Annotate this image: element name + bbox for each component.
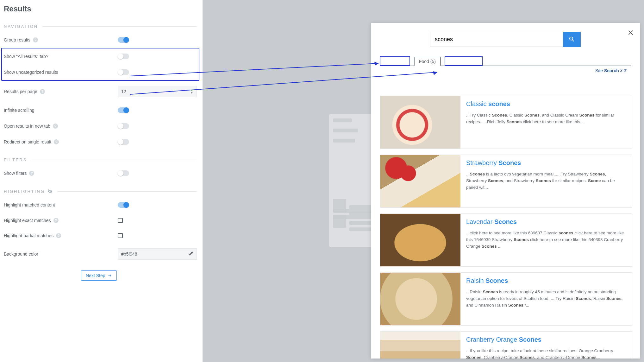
row-infinite-scrolling: Infinite scrolling <box>4 102 197 118</box>
label-infinite-scrolling: Infinite scrolling <box>4 108 34 113</box>
divider <box>42 26 197 27</box>
result-body: Cranberry Orange Scones...If you like th… <box>460 332 632 359</box>
section-filters: FILTERS <box>4 157 197 162</box>
result-snippet: ...Try Classic Scones, Classic Scones, a… <box>466 112 626 125</box>
result-snippet: ...Scones is a lacto ovo vegetarian morn… <box>466 171 626 191</box>
label-highlight-exact: Highlight exact matches <box>4 218 51 223</box>
toggle-show-uncategorized[interactable] <box>118 69 129 75</box>
help-icon[interactable]: ? <box>54 139 59 144</box>
results-list[interactable]: Classic scones...Try Classic Scones, Cla… <box>380 96 634 359</box>
row-bg-color: Background color #b5f948 <box>4 243 197 265</box>
help-icon[interactable]: ? <box>53 124 58 129</box>
close-icon[interactable] <box>628 30 634 35</box>
label-highlight-partial: Hightlight partial matches <box>4 233 53 238</box>
divider <box>32 160 197 160</box>
result-body: Raisin Scones...Raisin Scones is ready i… <box>460 273 632 325</box>
toggle-highlight-matched[interactable] <box>118 202 129 208</box>
label-open-new-tab: Open results in new tab <box>4 124 50 129</box>
next-step-label: Next Step <box>86 273 105 278</box>
result-thumbnail <box>380 155 460 207</box>
row-open-new-tab: Open results in new tab ? <box>4 118 197 134</box>
row-highlight-exact: Highlight exact matches ? <box>4 213 197 228</box>
input-bg-color[interactable]: #b5f948 <box>118 248 197 260</box>
label-show-uncategorized: Show uncategorized results <box>4 70 58 75</box>
section-filters-label: FILTERS <box>4 157 27 162</box>
toggle-open-new-tab[interactable] <box>118 123 129 129</box>
label-show-filters: Show filters <box>4 171 27 176</box>
tab-food[interactable]: Food (5) <box>414 57 441 66</box>
input-bg-color-value: #b5f948 <box>121 251 137 257</box>
toggle-group-results[interactable] <box>118 37 129 43</box>
preview-panel: Food (5) Site Search 3·0˚ Classic scones… <box>371 23 640 359</box>
checkbox-highlight-partial[interactable] <box>118 233 123 238</box>
label-redirect-single: Redirect on single result <box>4 139 51 144</box>
tab-placeholder-all-results[interactable] <box>380 56 410 66</box>
result-title[interactable]: Lavendar Scones <box>466 218 626 225</box>
row-group-results: Group results ? <box>4 32 197 48</box>
search-input[interactable] <box>430 32 563 47</box>
result-card[interactable]: Lavendar Scones...click here to see more… <box>380 213 632 267</box>
result-title[interactable]: Raisin Scones <box>466 277 626 284</box>
result-title[interactable]: Strawberry Scones <box>466 159 626 167</box>
result-title[interactable]: Cranberry Orange Scones <box>466 336 626 343</box>
help-icon[interactable]: ? <box>40 89 45 94</box>
toggle-show-all-results-tab[interactable] <box>118 54 129 59</box>
annotated-settings-box: Show "All results" tab? Show uncategoriz… <box>1 48 199 81</box>
page-title: Results <box>4 4 197 13</box>
toggle-infinite-scrolling[interactable] <box>118 107 129 113</box>
label-group-results: Group results <box>4 37 30 42</box>
brand-bold: Search <box>604 68 619 73</box>
result-thumbnail <box>380 214 460 266</box>
brand-suffix: 3·0˚ <box>620 68 627 73</box>
label-bg-color: Background color <box>4 251 38 257</box>
row-results-per-page: Results per page ? 12 ▲▼ <box>4 81 197 102</box>
result-thumbnail <box>380 273 460 325</box>
chevron-updown-icon: ▲▼ <box>190 89 193 94</box>
result-snippet: ...Raisin Scones is ready in roughly 45 … <box>466 289 626 309</box>
brand-prefix: Site <box>595 68 603 73</box>
checkbox-highlight-exact[interactable] <box>118 218 123 223</box>
result-snippet: ...click here to see more like this 6396… <box>466 230 626 250</box>
result-card[interactable]: Classic scones...Try Classic Scones, Cla… <box>380 96 632 149</box>
section-highlighting-label: HIGHLIGHTING <box>4 189 45 194</box>
label-show-all-results-tab: Show "All results" tab? <box>4 54 48 59</box>
select-results-per-page[interactable]: 12 ▲▼ <box>118 86 197 97</box>
result-title[interactable]: Classic scones <box>466 100 626 108</box>
help-icon[interactable]: ? <box>53 218 59 223</box>
row-highlight-partial: Hightlight partial matches ? <box>4 228 197 243</box>
settings-panel: Results NAVIGATION Group results ? Show … <box>0 0 203 362</box>
result-card[interactable]: Raisin Scones...Raisin Scones is ready i… <box>380 272 632 326</box>
brand-row: Site Search 3·0˚ <box>371 66 640 73</box>
row-show-all-results-tab: Show "All results" tab? <box>4 48 197 64</box>
result-snippet: ...If you like this recipe, take a look … <box>466 348 626 359</box>
result-body: Strawberry Scones...Scones is a lacto ov… <box>460 155 632 207</box>
help-icon[interactable]: ? <box>56 233 61 238</box>
next-step-button[interactable]: Next Step <box>81 270 117 281</box>
eye-off-icon <box>47 189 53 194</box>
result-thumbnail <box>380 332 460 359</box>
divider <box>57 191 197 192</box>
select-value: 12 <box>121 89 126 94</box>
result-card[interactable]: Strawberry Scones...Scones is a lacto ov… <box>380 155 632 208</box>
help-icon[interactable]: ? <box>33 37 38 42</box>
tabs-row: Food (5) <box>380 56 631 66</box>
row-highlight-matched: Highlight matched content <box>4 197 197 213</box>
eyedropper-icon[interactable] <box>188 251 193 257</box>
result-body: Lavendar Scones...click here to see more… <box>460 214 632 266</box>
section-navigation: NAVIGATION <box>4 24 197 29</box>
section-highlighting: HIGHLIGHTING <box>4 189 197 194</box>
row-show-uncategorized: Show uncategorized results <box>4 64 197 80</box>
result-body: Classic scones...Try Classic Scones, Cla… <box>460 96 632 149</box>
arrow-right-icon <box>108 273 112 278</box>
toggle-show-filters[interactable] <box>118 170 129 176</box>
help-icon[interactable]: ? <box>29 171 34 176</box>
row-redirect-single: Redirect on single result ? <box>4 134 197 150</box>
toggle-redirect-single[interactable] <box>118 139 129 145</box>
section-navigation-label: NAVIGATION <box>4 24 38 29</box>
tab-placeholder-uncategorized[interactable] <box>445 56 483 66</box>
search-button[interactable] <box>563 32 581 47</box>
search-row <box>430 32 581 47</box>
result-card[interactable]: Cranberry Orange Scones...If you like th… <box>380 331 632 359</box>
search-icon <box>568 36 575 43</box>
label-results-per-page: Results per page <box>4 89 37 94</box>
